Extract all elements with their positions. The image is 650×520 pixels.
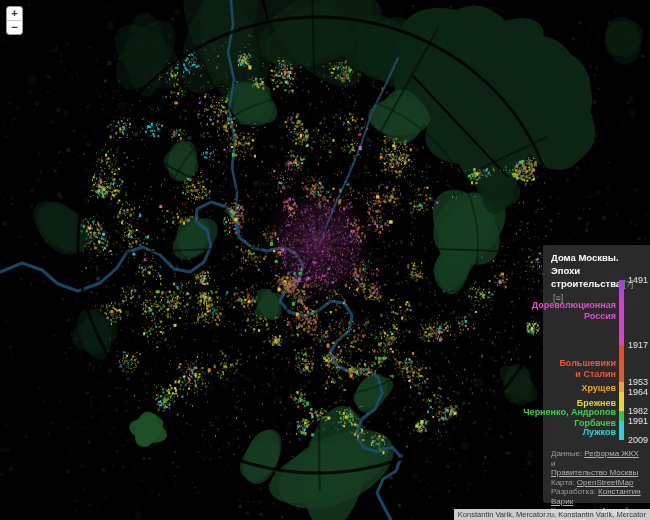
map-app: + − Дома Москвы. Эпохи строительства[?][… bbox=[0, 0, 650, 520]
era-label: Черненко, АндроповГорбачев bbox=[523, 407, 616, 428]
legend-title-line1: Дома Москвы. bbox=[551, 251, 642, 264]
era-labels: ДореволюционнаяРоссияБольшевикии СталинХ… bbox=[543, 280, 650, 440]
credit-line: Карта: OpenStreetMap bbox=[551, 478, 644, 488]
zoom-out-button[interactable]: − bbox=[7, 20, 22, 34]
zoom-in-button[interactable]: + bbox=[7, 7, 22, 20]
credit-link[interactable]: OpenStreetMap bbox=[577, 478, 633, 487]
attribution[interactable]: Konstantin Varik, Mercator.ru, Konstanti… bbox=[454, 509, 650, 520]
credit-link[interactable]: Реформа ЖКХ bbox=[584, 449, 638, 458]
legend-panel: Дома Москвы. Эпохи строительства[?][≡] 1… bbox=[543, 245, 650, 503]
credit-link[interactable]: Правительство Москвы bbox=[551, 468, 638, 477]
credit-line: Правительство Москвы bbox=[551, 468, 644, 478]
era-scale: 1491191719531964198219912009 Дореволюцио… bbox=[543, 280, 650, 440]
era-label: Большевикии Сталин bbox=[559, 358, 616, 379]
credit-line: Разработка: Константин Варик bbox=[551, 487, 644, 506]
era-label: Хрущев bbox=[581, 383, 616, 394]
era-label: ДореволюционнаяРоссия bbox=[532, 300, 616, 321]
era-label: Лужков bbox=[583, 427, 616, 438]
credit-line: Данные: Реформа ЖКХ и bbox=[551, 449, 644, 468]
zoom-control: + − bbox=[6, 6, 23, 35]
